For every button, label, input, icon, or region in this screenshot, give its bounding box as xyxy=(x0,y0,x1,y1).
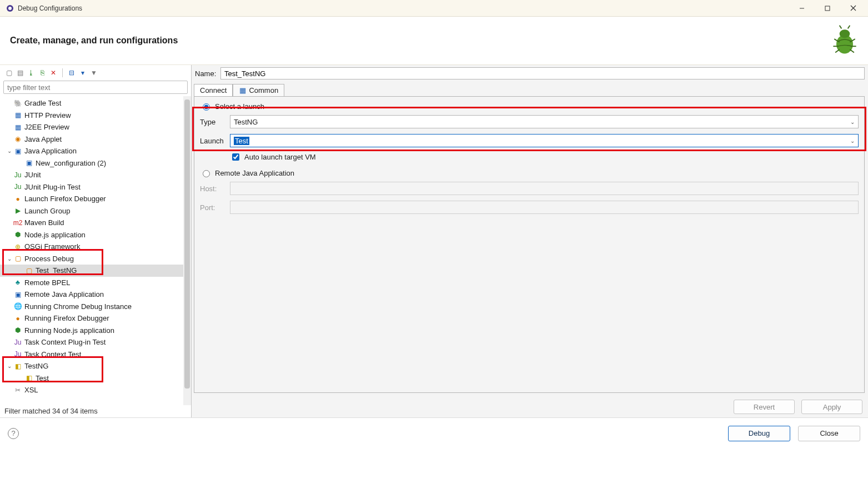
tree-item[interactable]: ◉Java Applet xyxy=(0,133,183,146)
window-title: Debug Configurations xyxy=(18,4,82,12)
j2ee-icon: ▦ xyxy=(13,123,22,132)
tree-item[interactable]: ◧Test xyxy=(0,372,183,385)
close-window-button[interactable] xyxy=(840,0,866,17)
svg-point-7 xyxy=(840,29,850,38)
maximize-button[interactable] xyxy=(815,0,840,17)
tree-item[interactable]: ⌄▢Process Debug xyxy=(0,253,183,265)
svg-line-15 xyxy=(848,26,850,29)
chevron-down-icon: ⌄ xyxy=(850,119,855,125)
tree-item[interactable]: m2Maven Build xyxy=(0,217,183,229)
tree-scrollbar[interactable] xyxy=(183,96,191,405)
tree-item[interactable]: ▦HTTP Preview xyxy=(0,109,183,122)
tree-item[interactable]: ✂XSL xyxy=(0,384,183,396)
tree-item[interactable]: ▦J2EE Preview xyxy=(0,121,183,133)
java-app-icon: ▣ xyxy=(13,147,22,156)
config-toolbar: ▢ ▤ ⭳ ⎘ ✕ ⊟ ▾ ▼ xyxy=(0,65,191,81)
node-run-icon: ⬢ xyxy=(13,326,22,335)
radio-select-launch-label: Select a launch xyxy=(215,102,264,111)
tree-item[interactable]: JuTask Context Plug-in Test xyxy=(0,336,183,348)
auto-launch-label: Auto launch target VM xyxy=(244,153,316,161)
help-icon[interactable]: ? xyxy=(8,428,19,439)
expand-icon[interactable]: ⌄ xyxy=(6,256,13,262)
tree-item[interactable]: ⬢Node.js application xyxy=(0,229,183,241)
process-debug-icon: ▢ xyxy=(24,266,33,275)
bpel-icon: ♣ xyxy=(13,278,22,287)
svg-rect-3 xyxy=(825,6,830,11)
task-test-icon: Ju xyxy=(13,350,22,358)
revert-button[interactable]: Revert xyxy=(734,400,795,414)
app-icon xyxy=(6,4,14,13)
launch-combo[interactable]: Test⌄ xyxy=(230,134,859,147)
testng-icon: ◧ xyxy=(24,374,33,382)
process-debug-icon: ▢ xyxy=(13,254,22,263)
tree-item[interactable]: ▣Remote Java Application xyxy=(0,288,183,301)
config-tree[interactable]: 🐘Gradle Test ▦HTTP Preview ▦J2EE Preview… xyxy=(0,96,183,405)
remote-java-icon: ▣ xyxy=(13,290,22,299)
tree-item[interactable]: ♣Remote BPEL xyxy=(0,277,183,289)
new-prototype-icon[interactable]: ▤ xyxy=(16,68,24,77)
osgi-icon: ⊕ xyxy=(13,242,22,251)
auto-launch-checkbox[interactable] xyxy=(232,153,239,161)
name-label: Name: xyxy=(195,69,220,78)
java-app-icon: ▣ xyxy=(24,158,33,167)
duplicate-icon[interactable]: ⎘ xyxy=(38,68,47,77)
tree-item[interactable]: JuJUnit Plug-in Test xyxy=(0,181,183,193)
left-pane: ▢ ▤ ⭳ ⎘ ✕ ⊟ ▾ ▼ 🐘Gradle Test ▦HTTP Previ… xyxy=(0,65,192,417)
minimize-button[interactable] xyxy=(789,0,815,17)
delete-icon[interactable]: ✕ xyxy=(49,68,58,77)
chevron-down-icon: ⌄ xyxy=(850,138,855,144)
dialog-header: Create, manage, and run configurations xyxy=(0,17,868,65)
http-icon: ▦ xyxy=(13,111,22,119)
tree-item-selected[interactable]: ▢Test_TestNG xyxy=(0,265,183,277)
tree-item[interactable]: 🌐Running Chrome Debug Instance xyxy=(0,301,183,313)
launch-label: Launch xyxy=(200,137,230,145)
filter-dropdown-icon[interactable]: ▼ xyxy=(89,68,98,77)
name-input[interactable] xyxy=(220,67,865,79)
chrome-icon: 🌐 xyxy=(13,302,22,311)
task-plugin-icon: Ju xyxy=(13,338,22,347)
type-combo[interactable]: TestNG⌄ xyxy=(230,115,859,128)
tree-item[interactable]: ▶Launch Group xyxy=(0,205,183,217)
junit-plugin-icon: Ju xyxy=(13,182,22,191)
collapse-all-icon[interactable]: ⊟ xyxy=(67,68,76,77)
close-button[interactable]: Close xyxy=(798,426,860,441)
export-icon[interactable]: ⭳ xyxy=(27,68,36,77)
filter-input[interactable] xyxy=(3,81,188,94)
radio-remote-java[interactable] xyxy=(203,170,210,177)
debug-button[interactable]: Debug xyxy=(728,426,790,441)
tab-connect[interactable]: Connect xyxy=(194,84,233,96)
apply-button[interactable]: Apply xyxy=(801,400,862,414)
tab-bar: Connect ▦Common xyxy=(192,82,868,96)
tree-item[interactable]: ⊕OSGi Framework xyxy=(0,241,183,253)
tree-item[interactable]: ⬢Running Node.js application xyxy=(0,325,183,337)
tree-item[interactable]: ▣New_configuration (2) xyxy=(0,157,183,170)
tree-item[interactable]: 🐘Gradle Test xyxy=(0,97,183,109)
title-bar: Debug Configurations xyxy=(0,0,868,17)
testng-icon: ◧ xyxy=(13,362,22,371)
applet-icon: ◉ xyxy=(13,135,22,143)
tree-item[interactable]: JuJUnit xyxy=(0,169,183,181)
tree-item[interactable]: JuTask Context Test xyxy=(0,348,183,361)
svg-line-14 xyxy=(840,26,842,29)
dialog-title: Create, manage, and run configurations xyxy=(10,36,178,46)
gradle-icon: 🐘 xyxy=(13,99,22,108)
xsl-icon: ✂ xyxy=(13,386,22,395)
tree-item[interactable]: ●Running Firefox Debugger xyxy=(0,312,183,325)
expand-icon[interactable]: ⌄ xyxy=(6,148,13,154)
svg-line-12 xyxy=(835,49,840,53)
tab-page-connect: Select a launch Type TestNG⌄ Launch Test… xyxy=(194,96,865,393)
tree-item[interactable]: ⌄◧TestNG xyxy=(0,360,183,372)
filter-icon[interactable]: ▾ xyxy=(78,68,87,77)
tree-item[interactable]: ●Launch Firefox Debugger xyxy=(0,193,183,205)
new-config-icon[interactable]: ▢ xyxy=(4,68,13,77)
host-label: Host: xyxy=(200,185,230,193)
launch-group-icon: ▶ xyxy=(13,206,22,215)
tab-common[interactable]: ▦Common xyxy=(233,84,284,96)
radio-select-launch[interactable] xyxy=(203,103,210,111)
svg-line-13 xyxy=(850,49,854,53)
dialog-footer: ? Debug Close xyxy=(0,417,868,449)
right-pane: Name: Connect ▦Common Select a launch Ty… xyxy=(192,65,868,417)
filter-status: Filter matched 34 of 34 items xyxy=(0,405,191,417)
tree-item[interactable]: ⌄▣Java Application xyxy=(0,145,183,157)
expand-icon[interactable]: ⌄ xyxy=(6,363,13,369)
